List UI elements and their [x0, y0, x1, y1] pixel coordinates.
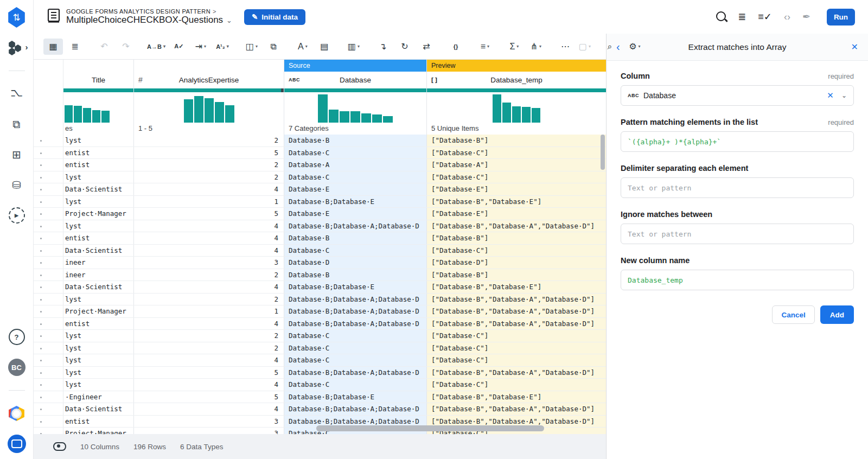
toolbar-format-icon[interactable]: A▾: [293, 39, 312, 55]
row-marker[interactable]: [34, 379, 63, 391]
cell-exp[interactable]: 1: [134, 196, 284, 208]
cell-title[interactable]: lyst: [63, 220, 134, 232]
cell-db[interactable]: Database·C: [284, 379, 427, 391]
connections-icon[interactable]: ⛁: [7, 175, 27, 195]
row-marker[interactable]: [34, 257, 63, 269]
toolbar-view-settings-icon[interactable]: ⚙▾: [625, 39, 644, 55]
toolbar-replace-icon[interactable]: A→B▾: [145, 39, 167, 55]
cell-db[interactable]: Database·E: [284, 208, 427, 220]
toolbar-extract-icon[interactable]: ⇥▾: [191, 39, 210, 55]
cell-dbt[interactable]: ["Database·C"]: [427, 245, 606, 257]
cell-db[interactable]: Database·B;Database·E: [284, 196, 427, 208]
breadcrumb[interactable]: GOOGLE FORMS ANALYTICS DESIGN PATTERN>: [66, 8, 232, 15]
row-marker[interactable]: [34, 196, 63, 208]
cell-title[interactable]: entist: [63, 232, 134, 244]
horizontal-scrollbar[interactable]: [316, 425, 544, 431]
cell-db[interactable]: Database·B;Database·E: [284, 281, 427, 293]
row-marker[interactable]: [34, 342, 63, 354]
cell-exp[interactable]: 4: [134, 183, 284, 195]
cell-db[interactable]: Database·D: [284, 257, 427, 269]
toolbar-conditional-format-icon[interactable]: ▤: [315, 39, 334, 55]
cell-dbt[interactable]: ["Database·B","Database·A","Database·D"]: [427, 305, 606, 317]
cell-dbt[interactable]: ["Database·B"]: [427, 232, 606, 244]
cell-exp[interactable]: 4: [134, 281, 284, 293]
cell-dbt[interactable]: ["Database·B","Database·E"]: [427, 196, 606, 208]
quality-bar-exp[interactable]: [134, 88, 284, 92]
chat-support-icon[interactable]: [7, 434, 27, 454]
code-icon[interactable]: ‹›: [784, 12, 790, 22]
cell-dbt[interactable]: ["Database·B","Database·A","Database·D"]: [427, 294, 606, 305]
cell-title[interactable]: ·Engineer: [63, 391, 134, 403]
cell-title[interactable]: lyst: [63, 294, 134, 305]
add-button[interactable]: Add: [820, 305, 854, 324]
toolbar-sort-icon[interactable]: A¹₂▾: [213, 39, 232, 55]
cell-exp[interactable]: 2: [134, 342, 284, 354]
cell-dbt[interactable]: ["Database·A"]: [427, 159, 606, 171]
row-marker[interactable]: [34, 245, 63, 257]
quality-bar-dbt[interactable]: [427, 88, 606, 92]
cell-dbt[interactable]: ["Database·B"]: [427, 135, 606, 146]
toolbar-pivot-icon[interactable]: ↴: [373, 39, 393, 55]
cell-exp[interactable]: 2: [134, 330, 284, 342]
histogram-exp[interactable]: [134, 92, 284, 123]
cell-title[interactable]: lyst: [63, 379, 134, 391]
title-dropdown-icon[interactable]: ⌄: [226, 16, 232, 24]
cell-db[interactable]: Database·E: [284, 183, 427, 195]
search-icon[interactable]: [716, 11, 726, 23]
cell-title[interactable]: Data·Scientist: [63, 183, 134, 195]
toolbar-join-icon[interactable]: ⋔▾: [526, 39, 546, 55]
chevron-down-icon[interactable]: ⌄: [841, 92, 847, 99]
cell-title[interactable]: Project·Manager: [63, 305, 134, 317]
flows-icon[interactable]: ›: [7, 38, 27, 58]
cell-dbt[interactable]: ["Database·D"]: [427, 257, 606, 269]
help-icon[interactable]: ?: [7, 327, 27, 347]
cell-title[interactable]: lyst: [63, 354, 134, 366]
cell-exp[interactable]: 4: [134, 245, 284, 257]
toolbar-transpose-icon[interactable]: ⇄: [417, 39, 436, 55]
cell-title[interactable]: lyst: [63, 330, 134, 342]
row-marker[interactable]: [34, 318, 63, 330]
cell-exp[interactable]: 1: [134, 305, 284, 317]
quality-bar-db[interactable]: [284, 88, 426, 92]
recipe-list-icon[interactable]: ≣: [738, 12, 746, 22]
run-button[interactable]: Run: [827, 9, 855, 25]
cell-exp[interactable]: 5: [134, 208, 284, 220]
new-column-input[interactable]: [621, 270, 854, 290]
user-avatar[interactable]: BC: [7, 358, 27, 377]
cell-title[interactable]: lyst: [63, 367, 134, 379]
toolbar-unpivot-icon[interactable]: ↻: [395, 39, 414, 55]
cell-exp[interactable]: 3: [134, 428, 284, 434]
cell-title[interactable]: lyst: [63, 171, 134, 183]
toolbar-view-grid-icon[interactable]: ▦: [43, 39, 63, 55]
dataprep-logo[interactable]: ⇅: [7, 8, 27, 27]
histogram-title[interactable]: [63, 92, 133, 123]
google-cloud-icon[interactable]: [7, 404, 27, 423]
row-marker[interactable]: [34, 416, 63, 428]
cell-title[interactable]: Project·Manager: [63, 428, 134, 434]
toolbar-layout-icon[interactable]: ▥▾: [344, 39, 363, 55]
cell-title[interactable]: ineer: [63, 269, 134, 281]
cell-dbt[interactable]: ["Database·C"]: [427, 379, 606, 391]
cell-db[interactable]: Database·B;Database·A;Database·D: [284, 305, 427, 317]
toolbar-split-icon[interactable]: ◫▾: [242, 39, 261, 55]
pattern-input[interactable]: [621, 131, 854, 152]
toolbar-aggregate-icon[interactable]: Σ▾: [505, 39, 524, 55]
cell-title[interactable]: ineer: [63, 257, 134, 269]
cell-dbt[interactable]: ["Database·B","Database·E"]: [427, 281, 606, 293]
cell-exp[interactable]: 2: [134, 135, 284, 146]
row-marker[interactable]: [34, 232, 63, 244]
cell-db[interactable]: Database·B;Database·A;Database·D: [284, 403, 427, 415]
cell-exp[interactable]: 4: [134, 403, 284, 415]
cell-dbt[interactable]: ["Database·E"]: [427, 208, 606, 220]
delimiter-input[interactable]: [621, 177, 854, 198]
cancel-button[interactable]: Cancel: [772, 305, 814, 324]
cell-title[interactable]: Data·Scientist: [63, 403, 134, 415]
cell-title[interactable]: lyst: [63, 135, 134, 146]
row-marker[interactable]: [34, 159, 63, 171]
clear-column-icon[interactable]: ✕: [827, 91, 834, 100]
cell-db[interactable]: Database·B;Database·E: [284, 391, 427, 403]
panel-close-icon[interactable]: ✕: [845, 42, 858, 52]
row-marker[interactable]: [34, 294, 63, 305]
column-select[interactable]: ABC Database ✕ ⌄: [621, 85, 854, 106]
cell-exp[interactable]: 3: [134, 257, 284, 269]
